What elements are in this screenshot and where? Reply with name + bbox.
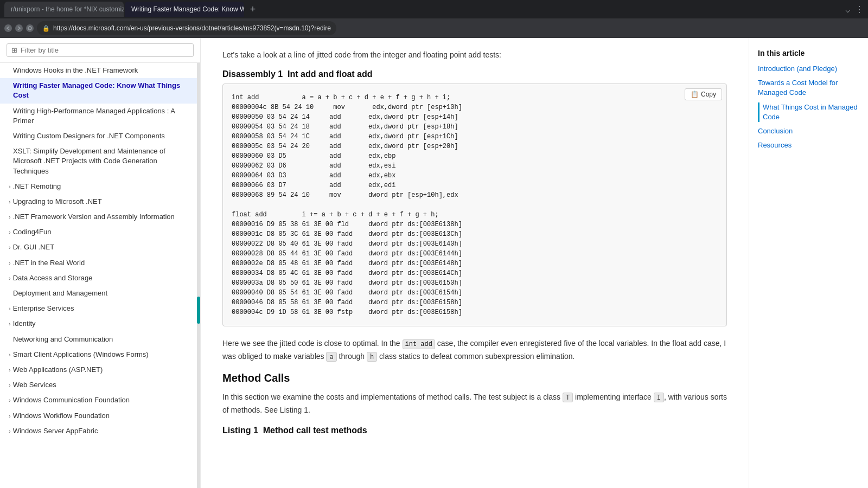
browser-icons: ⌵ ⋮ bbox=[845, 4, 864, 15]
inline-code-int-add: int add bbox=[403, 339, 435, 349]
sidebar-item-wwf[interactable]: › Windows Workflow Foundation bbox=[0, 408, 197, 423]
chevron-icon: › bbox=[9, 243, 11, 252]
chevron-icon: › bbox=[9, 198, 11, 206]
chevron-icon: › bbox=[9, 412, 11, 420]
body-paragraph-1: Here we see the jitted code is close to … bbox=[222, 337, 727, 363]
copy-icon: 📋 bbox=[691, 91, 699, 98]
sidebar-nav: Windows Hooks in the .NET Framework Writ… bbox=[0, 63, 197, 488]
address-text: https://docs.microsoft.com/en-us/previou… bbox=[53, 24, 331, 32]
right-sidebar-heading: In this article bbox=[758, 49, 859, 57]
tab-docs-label: Writing Faster Managed Code: Know What T… bbox=[131, 5, 244, 13]
tab-bar: r/unixporn - the home for *NIX customiza… bbox=[0, 0, 868, 18]
inline-badge-T: T bbox=[563, 393, 573, 402]
sidebar-item-identity[interactable]: › Identity bbox=[0, 316, 197, 331]
reload-button[interactable] bbox=[26, 24, 34, 32]
chevron-icon: › bbox=[9, 183, 11, 191]
sidebar-item-smart-client[interactable]: › Smart Client Applications (Windows For… bbox=[0, 347, 197, 362]
sidebar-item-xslt[interactable]: XSLT: Simplify Development and Maintenan… bbox=[0, 144, 197, 179]
sidebar-item-enterprise-services[interactable]: › Enterprise Services bbox=[0, 301, 197, 316]
chevron-icon: › bbox=[9, 259, 11, 267]
sidebar-item-upgrading[interactable]: › Upgrading to Microsoft .NET bbox=[0, 194, 197, 209]
chevron-icon: › bbox=[9, 274, 11, 282]
sidebar-item-net-framework-version[interactable]: › .NET Framework Version and Assembly In… bbox=[0, 209, 197, 224]
sidebar: ⊞ Windows Hooks in the .NET Framework Wr… bbox=[0, 38, 201, 488]
right-sidebar-link-what-things[interactable]: What Things Cost in Managed Code bbox=[758, 102, 859, 122]
chevron-icon: › bbox=[9, 381, 11, 389]
sidebar-item-writing-faster[interactable]: Writing Faster Managed Code: Know What T… bbox=[0, 78, 197, 103]
inline-badge-I: I bbox=[654, 393, 664, 402]
sidebar-item-dr-gui[interactable]: › Dr. GUI .NET bbox=[0, 240, 197, 255]
sidebar-item-wcf[interactable]: › Windows Communication Foundation bbox=[0, 393, 197, 408]
right-sidebar: In this article Introduction (and Pledge… bbox=[749, 38, 868, 488]
sidebar-item-net-remoting[interactable]: › .NET Remoting bbox=[0, 179, 197, 194]
sidebar-item-writing-high-perf[interactable]: Writing High-Performance Managed Applica… bbox=[0, 104, 197, 129]
sidebar-item-data-access[interactable]: › Data Access and Storage bbox=[0, 271, 197, 286]
sidebar-item-appfabric[interactable]: › Windows Server AppFabric bbox=[0, 423, 197, 439]
page-layout: ⊞ Windows Hooks in the .NET Framework Wr… bbox=[0, 38, 868, 488]
sidebar-scroll-wrap: Windows Hooks in the .NET Framework Writ… bbox=[0, 63, 200, 488]
sidebar-item-coding4fun[interactable]: › Coding4Fun bbox=[0, 224, 197, 240]
new-tab-button[interactable]: + bbox=[245, 2, 260, 17]
tab-unixporn-label: r/unixporn - the home for *NIX customiza… bbox=[11, 5, 124, 13]
right-sidebar-link-resources[interactable]: Resources bbox=[758, 140, 859, 150]
filter-input[interactable] bbox=[21, 46, 189, 54]
code-block: int add a = a + b + c + d + e + f + g + … bbox=[223, 84, 726, 326]
sidebar-item-networking[interactable]: Networking and Communication bbox=[0, 332, 197, 347]
sidebar-item-writing-custom[interactable]: Writing Custom Designers for .NET Compon… bbox=[0, 129, 197, 144]
browser-toolbar: 🔒 https://docs.microsoft.com/en-us/previ… bbox=[0, 18, 868, 38]
sidebar-item-web-apps[interactable]: › Web Applications (ASP.NET) bbox=[0, 362, 197, 377]
main-content: Let's take a look at a line of jitted co… bbox=[201, 38, 749, 488]
chevron-icon: › bbox=[9, 228, 11, 236]
browser-chrome: r/unixporn - the home for *NIX customiza… bbox=[0, 0, 868, 38]
intro-text: Let's take a look at a line of jitted co… bbox=[222, 49, 727, 61]
sidebar-item-net-real-world[interactable]: › .NET in the Real World bbox=[0, 255, 197, 271]
filter-box[interactable]: ⊞ bbox=[7, 43, 194, 57]
inline-badge-a: a bbox=[326, 352, 336, 362]
chevron-icon: › bbox=[9, 320, 11, 328]
disassembly-heading: Disassembly 1 Int add and float add bbox=[222, 69, 727, 79]
code-container: 📋 Copy int add a = a + b + c + d + e + f… bbox=[222, 84, 727, 326]
sidebar-filter: ⊞ bbox=[0, 38, 200, 63]
method-calls-heading: Method Calls bbox=[222, 372, 727, 384]
menu-icon: ⋮ bbox=[855, 4, 864, 15]
tab-unixporn[interactable]: r/unixporn - the home for *NIX customiza… bbox=[4, 2, 124, 17]
back-button[interactable] bbox=[4, 24, 12, 32]
right-sidebar-link-intro[interactable]: Introduction (and Pledge) bbox=[758, 64, 859, 74]
sidebar-item-web-services[interactable]: › Web Services bbox=[0, 377, 197, 393]
chevron-icon: › bbox=[9, 213, 11, 221]
sidebar-scrollbar-thumb[interactable] bbox=[197, 297, 200, 324]
address-bar[interactable]: 🔒 https://docs.microsoft.com/en-us/previ… bbox=[37, 21, 336, 35]
right-sidebar-link-conclusion[interactable]: Conclusion bbox=[758, 126, 859, 136]
chevron-icon: › bbox=[9, 366, 11, 374]
tab-docs[interactable]: Writing Faster Managed Code: Know What T… bbox=[125, 2, 244, 17]
copy-button[interactable]: 📋 Copy bbox=[685, 88, 722, 100]
sidebar-item-deployment[interactable]: Deployment and Management bbox=[0, 286, 197, 301]
filter-icon: ⊞ bbox=[11, 46, 17, 54]
right-sidebar-link-cost-model[interactable]: Towards a Cost Model for Managed Code bbox=[758, 78, 859, 98]
listing1-heading: Listing 1 Method call test methods bbox=[222, 426, 727, 435]
forward-button[interactable] bbox=[15, 24, 23, 32]
sidebar-item-windows-hooks[interactable]: Windows Hooks in the .NET Framework bbox=[0, 63, 197, 78]
lock-icon: 🔒 bbox=[42, 25, 50, 32]
chevron-icon: › bbox=[9, 427, 11, 435]
inline-badge-h: h bbox=[367, 352, 377, 362]
chevron-icon: › bbox=[9, 351, 11, 359]
chevron-icon: › bbox=[9, 396, 11, 404]
chevron-icon: › bbox=[9, 305, 11, 313]
extensions-icon: ⌵ bbox=[845, 4, 851, 15]
sidebar-scrollbar[interactable] bbox=[197, 63, 200, 488]
method-calls-text: In this section we examine the costs and… bbox=[222, 391, 727, 417]
